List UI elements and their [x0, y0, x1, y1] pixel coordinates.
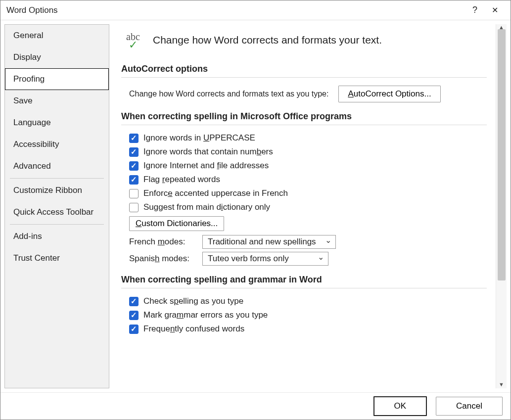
word-options-dialog: Word Options ? ✕ General Display Proofin…: [0, 0, 511, 420]
sidebar-item-general[interactable]: General: [5, 25, 109, 47]
page-header-text: Change how Word corrects and formats you…: [153, 34, 382, 46]
sidebar-divider: [10, 178, 104, 179]
checkbox-confused-words[interactable]: [129, 325, 139, 334]
label-french-accented: Enforce accented uppercase in French: [143, 188, 288, 198]
label-main-dictionary: Suggest from main dictionary only: [143, 202, 270, 212]
section-title-word-spelling: When correcting spelling and grammar in …: [121, 275, 487, 285]
sidebar-item-save[interactable]: Save: [5, 90, 109, 112]
sidebar-item-addins[interactable]: Add-ins: [5, 226, 109, 247]
checkbox-ignore-uppercase[interactable]: [129, 134, 139, 143]
sidebar-item-qat[interactable]: Quick Access Toolbar: [5, 201, 109, 223]
close-button[interactable]: ✕: [485, 0, 505, 20]
titlebar: Word Options ? ✕: [0, 0, 511, 20]
sidebar: General Display Proofing Save Language A…: [4, 24, 109, 388]
checkbox-flag-repeated[interactable]: [129, 175, 139, 185]
label-flag-repeated: Flag repeated words: [143, 175, 220, 185]
sidebar-item-customize-ribbon[interactable]: Customize Ribbon: [5, 180, 109, 201]
label-french-modes: French modes:: [129, 237, 193, 247]
page-header: abc ✓ Change how Word corrects and forma…: [121, 28, 487, 52]
label-mark-grammar: Mark grammar errors as you type: [143, 310, 268, 320]
checkbox-main-dictionary[interactable]: [129, 203, 139, 212]
select-spanish-modes[interactable]: Tuteo verb forms only: [202, 252, 328, 266]
custom-dictionaries-button[interactable]: Custom Dictionaries...: [129, 216, 224, 231]
ok-button[interactable]: OK: [373, 396, 427, 416]
vertical-scrollbar[interactable]: ▲ ▼: [496, 24, 507, 388]
cancel-button[interactable]: Cancel: [436, 397, 503, 416]
checkbox-check-spelling[interactable]: [129, 297, 139, 306]
dialog-title: Word Options: [6, 5, 58, 15]
proofing-icon: abc ✓: [121, 28, 145, 52]
help-button[interactable]: ?: [465, 0, 485, 20]
label-check-spelling: Check spelling as you type: [143, 296, 243, 306]
checkbox-ignore-numbers[interactable]: [129, 147, 139, 157]
label-ignore-uppercase: Ignore words in UPPERCASE: [143, 133, 255, 143]
sidebar-divider: [10, 224, 104, 225]
label-ignore-internet: Ignore Internet and file addresses: [143, 161, 269, 171]
section-title-office-spelling: When correcting spelling in Microsoft Of…: [121, 111, 487, 122]
checkbox-french-accented[interactable]: [129, 189, 139, 198]
sidebar-item-advanced[interactable]: Advanced: [5, 155, 109, 177]
sidebar-item-language[interactable]: Language: [5, 112, 109, 134]
checkbox-ignore-internet[interactable]: [129, 161, 139, 171]
sidebar-item-accessibility[interactable]: Accessibility: [5, 134, 109, 155]
section-divider: [121, 125, 487, 125]
checkmark-icon: ✓: [129, 42, 138, 48]
section-divider: [121, 288, 487, 288]
checkbox-mark-grammar[interactable]: [129, 311, 139, 320]
sidebar-item-trust-center[interactable]: Trust Center: [5, 247, 109, 269]
section-divider: [121, 77, 487, 78]
autocorrect-prompt: Change how Word corrects and formats tex…: [129, 90, 328, 98]
content-panel: abc ✓ Change how Word corrects and forma…: [109, 24, 496, 388]
autocorrect-options-button[interactable]: AutoCorrect Options...: [338, 86, 440, 102]
dialog-footer: OK Cancel: [0, 392, 511, 420]
section-title-autocorrect: AutoCorrect options: [121, 64, 487, 74]
label-ignore-numbers: Ignore words that contain numbers: [143, 147, 273, 157]
scroll-down-icon[interactable]: ▼: [499, 381, 505, 387]
sidebar-item-proofing[interactable]: Proofing: [5, 68, 109, 90]
dialog-body: General Display Proofing Save Language A…: [0, 20, 511, 392]
select-french-modes[interactable]: Traditional and new spellings: [202, 235, 336, 249]
sidebar-item-display[interactable]: Display: [5, 47, 109, 68]
scrollbar-thumb[interactable]: [498, 29, 506, 280]
label-spanish-modes: Spanish modes:: [129, 254, 193, 264]
label-confused-words: Frequently confused words: [143, 324, 244, 334]
